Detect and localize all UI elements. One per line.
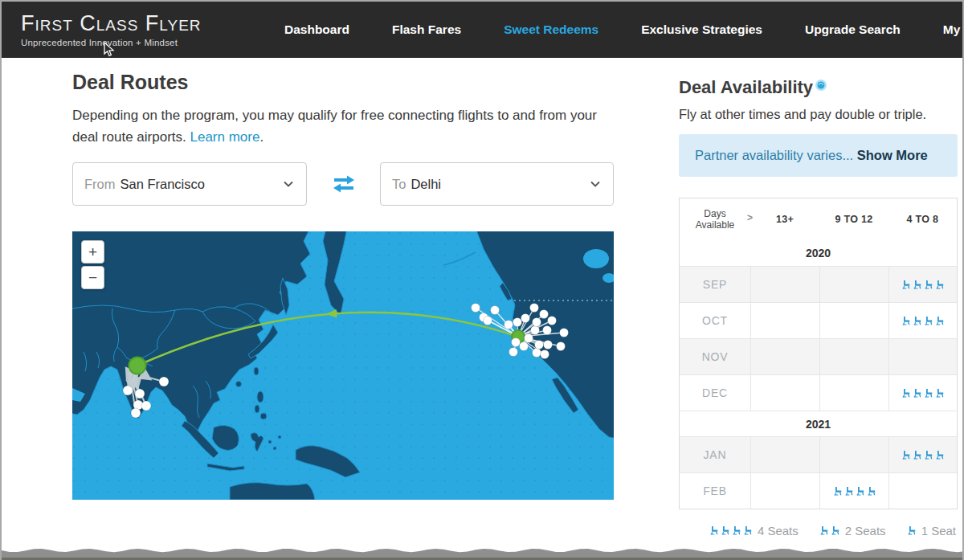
- seat-icon: [819, 525, 829, 536]
- swap-route-icon[interactable]: [331, 174, 357, 194]
- map-zoom-in-button[interactable]: +: [81, 240, 104, 264]
- connection-airport-marker: [533, 349, 541, 358]
- seat-icon: [721, 525, 730, 536]
- map-island-hainan: [236, 382, 242, 387]
- seat-icon: [833, 486, 843, 497]
- seat-cell-jan-col2: [819, 437, 888, 472]
- chevron-right-icon: >: [747, 212, 753, 223]
- seat-cell-feb-col2: [819, 473, 888, 509]
- seat-cell-sep-col1: [750, 267, 819, 302]
- connection-airport-marker: [548, 317, 557, 325]
- logo-title: First Class Flyer: [21, 12, 202, 35]
- column-header-9to12: 9 TO 12: [819, 214, 888, 225]
- nav-item-sweet-redeems[interactable]: Sweet Redeems: [504, 22, 598, 37]
- column-header-4to8: 4 TO 8: [888, 214, 957, 225]
- connection-airport-marker: [525, 334, 533, 343]
- connection-airport-marker: [491, 306, 500, 315]
- to-airport-select[interactable]: To Delhi: [380, 162, 614, 206]
- seat-icon: [924, 316, 933, 326]
- seat-cell-feb-col3: [888, 473, 957, 509]
- to-label: To: [392, 177, 406, 192]
- month-label: JAN: [680, 437, 750, 472]
- connection-airport-marker: [141, 401, 151, 411]
- seat-icon: [935, 388, 945, 399]
- seat-icon: [901, 280, 911, 290]
- nav-item-flash-fares[interactable]: Flash Fares: [392, 22, 461, 37]
- notice-text: Partner availability varies...: [695, 148, 853, 162]
- seat-cell-dec-col3: [888, 375, 957, 411]
- deal-routes-section: Deal Routes Depending on the program, yo…: [72, 58, 614, 538]
- map-zoom-out-button[interactable]: −: [81, 266, 104, 289]
- page: First Class Flyer Unprecedented Innovati…: [0, 0, 964, 560]
- show-more-link[interactable]: Show More: [857, 148, 928, 162]
- route-map[interactable]: + −: [72, 231, 614, 500]
- connection-airport-marker: [123, 386, 133, 395]
- connection-airport-marker: [560, 329, 569, 337]
- seat-cell-sep-col2: [819, 267, 888, 302]
- seat-icon: [907, 525, 917, 536]
- availability-table-header: Days Available > 13+ 9 TO 12 4 TO 8: [680, 198, 957, 240]
- availability-row-nov: NOV: [680, 338, 957, 374]
- month-label: OCT: [680, 303, 750, 338]
- month-label: SEP: [680, 267, 750, 302]
- connection-airport-marker: [543, 326, 552, 335]
- seat-icon: [901, 388, 911, 399]
- nav-item-my-ac[interactable]: My Ac: [943, 22, 964, 37]
- legend-item-4-seats: 4 Seats: [709, 524, 799, 538]
- deal-availability-title: Deal Availability: [679, 77, 958, 98]
- seat-cell-oct-col2: [819, 303, 888, 338]
- to-value: Delhi: [411, 177, 441, 192]
- availability-row-jan: JAN: [680, 436, 957, 472]
- seat-icon: [709, 525, 719, 536]
- seat-icon: [924, 280, 933, 290]
- seat-icon: [924, 388, 933, 399]
- learn-more-link[interactable]: Learn more: [190, 129, 259, 145]
- partner-availability-notice: Partner availability varies... Show More: [679, 134, 958, 177]
- connection-airport-marker: [512, 338, 521, 347]
- column-header-13plus: 13+: [750, 214, 819, 225]
- connection-airport-marker: [131, 408, 141, 418]
- seat-cell-feb-col1: [750, 473, 819, 509]
- availability-table-body: 2020SEP OCT NOVDEC: [680, 240, 957, 509]
- main-nav: DashboardFlash FaresSweet RedeemsExclusi…: [284, 2, 964, 58]
- availability-row-dec: DEC: [680, 374, 957, 411]
- connection-airport-marker: [504, 321, 513, 329]
- seat-icon: [901, 450, 911, 460]
- map-island-philippines: [255, 405, 259, 413]
- seat-icon: [743, 525, 753, 536]
- seat-icon: [901, 316, 911, 326]
- seat-cell-dec-col1: [750, 375, 819, 411]
- connection-airport-marker: [530, 304, 539, 313]
- mouse-cursor-icon: [104, 42, 115, 58]
- month-label: NOV: [680, 339, 750, 374]
- legend-item-2-seats: 2 Seats: [819, 524, 886, 538]
- connection-airport-marker: [472, 304, 480, 313]
- seats-legend: 4 Seats 2 Seats 1 Seat: [679, 524, 958, 538]
- from-value: San Francisco: [120, 177, 205, 192]
- nav-item-exclusive-strategies[interactable]: Exclusive Strategies: [641, 22, 762, 37]
- from-label: From: [84, 177, 116, 192]
- nav-item-dashboard[interactable]: Dashboard: [284, 22, 349, 37]
- connection-airport-marker: [541, 350, 549, 359]
- seat-cell-sep-col3: [888, 267, 957, 302]
- connection-airport-marker: [509, 348, 518, 357]
- seat-icon: [935, 316, 945, 326]
- deal-availability-panel: Deal Availability Fly at other times and…: [679, 58, 958, 538]
- connection-airport-marker: [159, 377, 169, 386]
- connection-airport-marker: [533, 318, 541, 327]
- from-airport-select[interactable]: From San Francisco: [72, 162, 307, 206]
- map-island-luzon: [257, 391, 263, 403]
- description-period: .: [259, 129, 263, 145]
- deal-routes-title: Deal Routes: [72, 71, 614, 94]
- connection-airport-marker: [484, 317, 492, 325]
- nav-item-upgrade-search[interactable]: Upgrade Search: [805, 22, 901, 37]
- availability-row-feb: FEB: [680, 472, 957, 509]
- seat-icon: [913, 280, 922, 290]
- info-pulse-icon[interactable]: [815, 79, 827, 92]
- map-island-mindanao: [260, 413, 267, 419]
- seat-icon: [913, 388, 922, 399]
- seat-icon: [867, 486, 876, 497]
- connection-airport-marker: [540, 310, 549, 319]
- seat-cell-nov-col3: [888, 339, 957, 374]
- seat-icon: [913, 316, 922, 326]
